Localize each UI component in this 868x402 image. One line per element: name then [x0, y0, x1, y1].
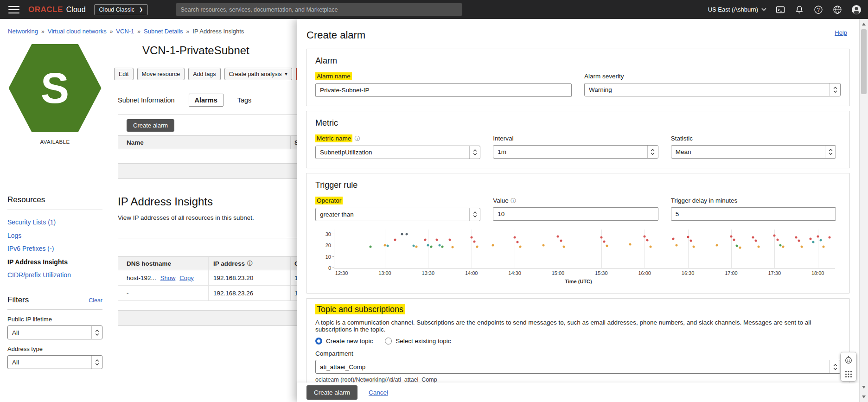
- chart-point: [430, 245, 432, 248]
- trigger-delay-field: Trigger delay in minutes: [671, 196, 836, 221]
- chart-x-tick-label: 17:30: [768, 270, 781, 276]
- notifications-bell-icon[interactable]: [794, 5, 804, 15]
- interval-select[interactable]: 1m: [493, 145, 658, 159]
- chart-point: [675, 244, 677, 247]
- create-alarm-panel: Create alarm Help Alarm Alarm name Alarm…: [297, 19, 859, 402]
- create-alarm-submit-button[interactable]: Create alarm: [306, 385, 357, 400]
- tab-subnet-information[interactable]: Subnet Information: [118, 96, 175, 104]
- edit-button[interactable]: Edit: [114, 68, 134, 80]
- radio-selected-icon: [315, 338, 322, 345]
- dns-hostname-cell: -: [127, 290, 129, 297]
- cancel-link[interactable]: Cancel: [369, 389, 388, 396]
- create-path-analysis-button[interactable]: Create path analysis▾: [224, 68, 292, 80]
- create-new-topic-radio[interactable]: Create new topic: [315, 338, 373, 345]
- quick-actions-grid-button[interactable]: [841, 367, 856, 381]
- chart-point: [687, 236, 689, 238]
- move-resource-button[interactable]: Move resource: [137, 68, 185, 80]
- brand-oracle-text: ORACLE: [28, 5, 63, 14]
- ip-table-header: DNS hostname IP addressⓘ C: [118, 256, 303, 270]
- sidebar-item-ip-address-insights[interactable]: IP Address Insights: [7, 255, 102, 269]
- breadcrumb-link-networking[interactable]: Networking: [8, 28, 38, 35]
- alarms-table-body: [118, 149, 303, 164]
- help-link[interactable]: Help: [835, 29, 847, 36]
- column-header-ip-address: IP addressⓘ: [209, 257, 291, 270]
- chart-gridline: [601, 230, 602, 268]
- help-circle-icon[interactable]: ?: [813, 5, 823, 15]
- public-ip-lifetime-select[interactable]: All: [7, 325, 102, 339]
- topic-radio-group: Create new topic Select existing topic: [315, 338, 841, 345]
- sidebar-item-ipv6-prefixes[interactable]: IPv6 Prefixes (-): [7, 242, 102, 255]
- alarms-table: Create alarm Name S: [118, 115, 303, 179]
- tab-tags[interactable]: Tags: [237, 96, 252, 104]
- add-tags-button[interactable]: Add tags: [188, 68, 220, 80]
- value-input[interactable]: [493, 207, 658, 221]
- chart-point: [542, 244, 545, 247]
- statistic-select[interactable]: Mean: [671, 145, 836, 159]
- chart-gridline: [385, 230, 385, 268]
- chart-point: [405, 233, 408, 235]
- breadcrumb-link-virtual-cloud-networks[interactable]: Virtual cloud networks: [48, 28, 107, 35]
- chart-x-tick-label: 16:00: [638, 270, 651, 276]
- topbar-right-cluster: US East (Ashburn) ?: [708, 5, 862, 15]
- chatbot-button[interactable]: [841, 352, 856, 367]
- chart-x-tick-label: 16:30: [682, 270, 695, 276]
- chart-point: [810, 237, 812, 240]
- tab-alarms[interactable]: Alarms: [189, 94, 223, 107]
- column-header-dns-hostname: DNS hostname: [118, 257, 209, 270]
- chart-x-tick-label: 17:00: [725, 270, 738, 276]
- cloud-shell-icon[interactable]: [775, 5, 785, 15]
- scrollbar-down-arrow[interactable]: [860, 383, 868, 391]
- chart-point: [715, 244, 718, 247]
- scrollbar-thumb[interactable]: [861, 29, 867, 94]
- operator-select[interactable]: greater than: [315, 208, 480, 221]
- sidebar-item-logs[interactable]: Logs: [7, 229, 102, 242]
- chart-x-tick-label: 13:30: [422, 270, 435, 276]
- grid-dots-icon: [844, 370, 853, 378]
- breadcrumb-separator-icon: »: [186, 28, 190, 35]
- alarm-name-input[interactable]: [315, 83, 572, 97]
- chart-y-tick-label: 10: [326, 254, 331, 260]
- create-alarm-button[interactable]: Create alarm: [127, 119, 174, 132]
- chart-point: [817, 235, 819, 237]
- metric-name-select[interactable]: SubnetIpUtilization: [315, 146, 480, 159]
- chart-point: [369, 245, 371, 248]
- select-existing-topic-radio[interactable]: Select existing topic: [385, 338, 451, 345]
- copy-link[interactable]: Copy: [179, 274, 193, 281]
- topic-description: A topic is a communication channel. Subs…: [315, 319, 841, 333]
- filters-panel: Filters Clear Public IP lifetime All Add…: [7, 295, 102, 369]
- region-selector[interactable]: US East (Ashburn): [708, 6, 766, 13]
- chart-x-tick-label: 13:00: [378, 270, 391, 276]
- chart-point: [754, 240, 757, 242]
- sidebar-item-cidr-prefix-utilization[interactable]: CIDR/prefix Utilization: [7, 268, 102, 282]
- chart-x-tick-label: 15:00: [552, 270, 565, 276]
- subnet-letter: S: [41, 67, 69, 109]
- clear-filters-link[interactable]: Clear: [89, 297, 102, 304]
- cloud-classic-button[interactable]: Cloud Classic ❯: [94, 4, 148, 15]
- breadcrumb-link-vcn-1[interactable]: VCN-1: [116, 28, 134, 35]
- alarm-severity-select[interactable]: Warning: [584, 83, 841, 96]
- scrollbar-up-arrow[interactable]: [860, 20, 868, 28]
- vertical-scrollbar[interactable]: [859, 19, 868, 402]
- scrollbar-page-down-arrow[interactable]: [860, 393, 868, 401]
- chart-point: [401, 233, 403, 235]
- ip-table-toolbar: [118, 238, 303, 256]
- alarm-severity-field: Alarm severity Warning: [584, 72, 841, 97]
- topic-section: Topic and subscriptions A topic is a com…: [306, 298, 850, 383]
- language-globe-icon[interactable]: [832, 5, 842, 15]
- operator-label: Operator: [315, 197, 343, 204]
- chart-point: [448, 238, 451, 241]
- compartment-select[interactable]: ati_attaei_Comp: [315, 360, 841, 374]
- status-label: AVAILABLE: [7, 139, 102, 145]
- address-type-select[interactable]: All: [7, 355, 102, 369]
- show-link[interactable]: Show: [160, 274, 176, 281]
- trigger-delay-input[interactable]: [671, 207, 836, 221]
- select-caret-icon: [469, 208, 480, 221]
- user-avatar-icon[interactable]: [851, 5, 862, 15]
- global-search[interactable]: [176, 3, 462, 16]
- sidebar-item-security-lists-1[interactable]: Security Lists (1): [7, 216, 102, 229]
- breadcrumb-link-subnet-details[interactable]: Subnet Details: [144, 28, 183, 35]
- search-input[interactable]: [180, 6, 458, 13]
- hamburger-menu-icon[interactable]: [8, 6, 19, 13]
- chart-point: [733, 238, 735, 241]
- panel-footer: Create alarm Cancel: [297, 383, 859, 402]
